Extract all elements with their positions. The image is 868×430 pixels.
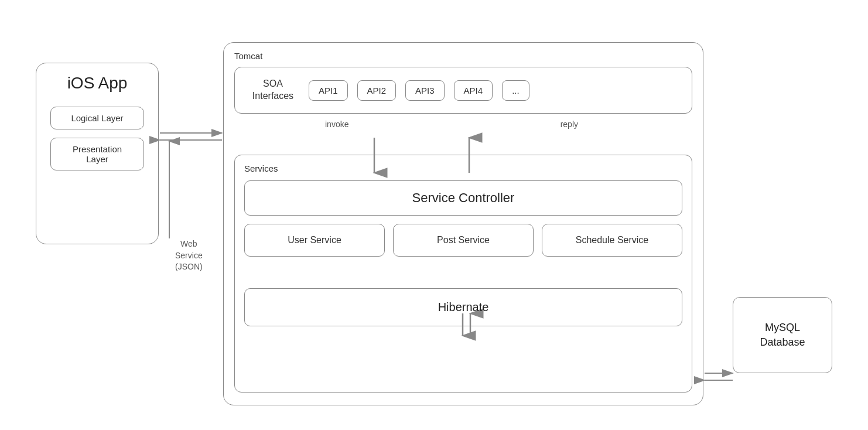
api-more-box: ... — [502, 80, 529, 101]
presentation-layer-label: Presentation Layer — [73, 144, 122, 164]
reply-label: reply — [561, 120, 578, 129]
user-service-box: User Service — [244, 224, 385, 257]
presentation-layer-box: Presentation Layer — [50, 138, 144, 170]
services-box: Services Service Controller User Service… — [234, 155, 692, 393]
tomcat-box: Tomcat SOAInterfaces API1 API2 API3 API4… — [223, 42, 703, 405]
ios-app-box: iOS App Logical Layer Presentation Layer — [36, 63, 159, 244]
soa-label: SOAInterfaces — [247, 78, 299, 103]
service-controller-box: Service Controller — [244, 180, 682, 216]
schedule-service-box: Schedule Service — [542, 224, 682, 257]
soa-box: SOAInterfaces API1 API2 API3 API4 ... — [234, 67, 692, 114]
api4-box: API4 — [454, 80, 493, 101]
diagram-container: iOS App Logical Layer Presentation Layer… — [24, 10, 844, 420]
mysql-label: MySQLDatabase — [760, 320, 805, 350]
services-row: User Service Post Service Schedule Servi… — [244, 224, 682, 257]
api2-box: API2 — [357, 80, 397, 101]
api3-box: API3 — [405, 80, 445, 101]
ios-app-title: iOS App — [67, 74, 128, 93]
tomcat-label: Tomcat — [234, 51, 692, 61]
double-arrow-vert — [244, 257, 682, 288]
services-label: Services — [244, 163, 682, 173]
invoke-reply-area: invoke reply — [234, 114, 692, 155]
invoke-label: invoke — [325, 120, 348, 129]
web-service-label: WebService(JSON) — [175, 238, 203, 273]
post-service-box: Post Service — [393, 224, 534, 257]
api1-box: API1 — [309, 80, 348, 101]
logical-layer-label: Logical Layer — [71, 113, 123, 123]
hibernate-box: Hibernate — [244, 288, 682, 326]
logical-layer-box: Logical Layer — [50, 107, 144, 129]
mysql-box: MySQLDatabase — [733, 297, 832, 373]
